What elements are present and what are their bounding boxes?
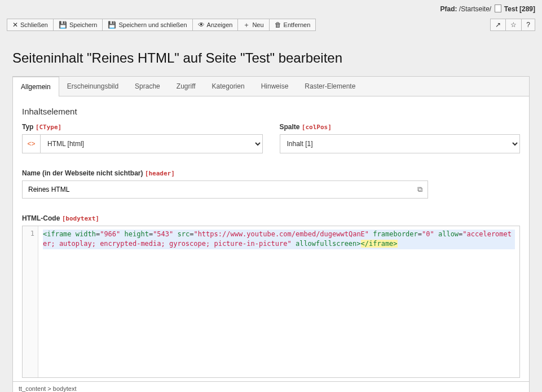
name-input[interactable] bbox=[23, 181, 412, 198]
trash-icon: 🗑 bbox=[275, 21, 281, 28]
page-title: Seiteninhalt "Reines HTML" auf Seite "Te… bbox=[12, 50, 530, 66]
type-label: Typ [CType] bbox=[22, 123, 263, 131]
type-label-text: Typ bbox=[22, 123, 33, 131]
tk: allowfullscreen bbox=[296, 240, 356, 248]
page-icon bbox=[495, 5, 501, 12]
tk: "0" bbox=[422, 230, 434, 238]
save-button[interactable]: 💾Speichern bbox=[53, 19, 103, 31]
name-label-text: Name (in der Webseite nicht sichtbar) bbox=[22, 169, 143, 177]
delete-label: Entfernen bbox=[284, 21, 311, 28]
code-tech: [bodytext] bbox=[62, 215, 99, 222]
save-close-label: Speichern und schließen bbox=[118, 21, 187, 28]
save-close-icon: 💾 bbox=[108, 21, 116, 28]
star-icon: ☆ bbox=[510, 21, 517, 28]
external-link-icon: ↗ bbox=[495, 21, 501, 28]
delete-button[interactable]: 🗑Entfernen bbox=[269, 19, 316, 31]
bookmark-button[interactable]: ☆ bbox=[505, 19, 522, 31]
tk: > bbox=[356, 240, 360, 248]
line-number: 1 bbox=[30, 230, 34, 237]
new-label: Neu bbox=[252, 21, 263, 28]
tk: src bbox=[177, 230, 190, 238]
close-icon: ✕ bbox=[12, 21, 18, 28]
column-label-text: Spalte bbox=[280, 123, 300, 131]
eye-icon: 👁 bbox=[198, 21, 205, 28]
tk: </iframe> bbox=[361, 240, 398, 248]
name-label: Name (in der Webseite nicht sichtbar) [h… bbox=[22, 169, 520, 177]
help-button[interactable]: ? bbox=[521, 19, 535, 31]
tab-language[interactable]: Sprache bbox=[127, 77, 169, 96]
html-code-editor[interactable]: 1 <iframe width="966" height="543" src="… bbox=[22, 226, 520, 378]
expand-field-icon[interactable]: ⧉ bbox=[412, 185, 428, 194]
field-path-footer: tt_content > bodytext bbox=[12, 382, 530, 392]
tab-categories[interactable]: Kategorien bbox=[204, 77, 253, 96]
code-label: HTML-Code [bodytext] bbox=[22, 214, 520, 222]
tab-appearance[interactable]: Erscheinungsbild bbox=[59, 77, 127, 96]
tab-access[interactable]: Zugriff bbox=[169, 77, 204, 96]
view-button[interactable]: 👁Anzeigen bbox=[192, 19, 239, 31]
section-heading: Inhaltselement bbox=[22, 107, 520, 116]
close-label: Schließen bbox=[20, 21, 48, 28]
type-tech: [CType] bbox=[36, 124, 61, 131]
toolbar-right: ↗ ☆ ? bbox=[490, 19, 535, 31]
column-label: Spalte [colPos] bbox=[280, 123, 521, 131]
path-label: Pfad: bbox=[440, 5, 457, 13]
tk: frameborder bbox=[373, 230, 417, 238]
plus-icon: ＋ bbox=[243, 21, 250, 28]
page-name: Test bbox=[504, 5, 518, 13]
top-path-bar: Pfad: /Startseite/ Test [289] bbox=[0, 0, 542, 15]
code-gutter: 1 bbox=[23, 226, 38, 377]
save-label: Speichern bbox=[69, 21, 98, 28]
new-button[interactable]: ＋Neu bbox=[237, 19, 269, 31]
toolbar-left: ✕Schließen 💾Speichern 💾Speichern und sch… bbox=[7, 19, 316, 31]
close-button[interactable]: ✕Schließen bbox=[7, 19, 54, 31]
tab-general[interactable]: Allgemein bbox=[13, 77, 59, 96]
tk: "https://www.youtube.com/embed/dugewwtQa… bbox=[193, 230, 369, 238]
tk: width bbox=[76, 230, 96, 238]
view-label: Anzeigen bbox=[207, 21, 233, 28]
html-type-icon: <> bbox=[22, 134, 40, 153]
name-tech: [header] bbox=[145, 170, 175, 177]
tab-bar: Allgemein Erscheinungsbild Sprache Zugri… bbox=[12, 76, 530, 96]
tab-grid[interactable]: Raster-Elemente bbox=[297, 77, 364, 96]
code-label-text: HTML-Code bbox=[22, 214, 60, 222]
type-select[interactable]: HTML [html] bbox=[40, 134, 263, 153]
code-content[interactable]: <iframe width="966" height="543" src="ht… bbox=[38, 226, 519, 377]
save-close-button[interactable]: 💾Speichern und schließen bbox=[102, 19, 192, 31]
help-icon: ? bbox=[526, 21, 530, 28]
tk: "966" bbox=[100, 230, 120, 238]
page-id: [289] bbox=[519, 5, 535, 13]
tk: allow bbox=[438, 230, 459, 238]
path-value: /Startseite/ bbox=[459, 5, 491, 13]
tk: height bbox=[125, 230, 149, 238]
save-icon: 💾 bbox=[59, 21, 67, 28]
general-panel: Inhaltselement Typ [CType] <> HTML [html… bbox=[12, 96, 530, 382]
tab-notes[interactable]: Hinweise bbox=[253, 77, 297, 96]
tk: "543" bbox=[153, 230, 173, 238]
column-select[interactable]: Inhalt [1] bbox=[280, 134, 521, 153]
tk: <iframe bbox=[43, 230, 72, 238]
column-tech: [colPos] bbox=[302, 124, 332, 131]
open-external-button[interactable]: ↗ bbox=[490, 19, 506, 31]
action-toolbar: ✕Schließen 💾Speichern 💾Speichern und sch… bbox=[0, 15, 542, 37]
